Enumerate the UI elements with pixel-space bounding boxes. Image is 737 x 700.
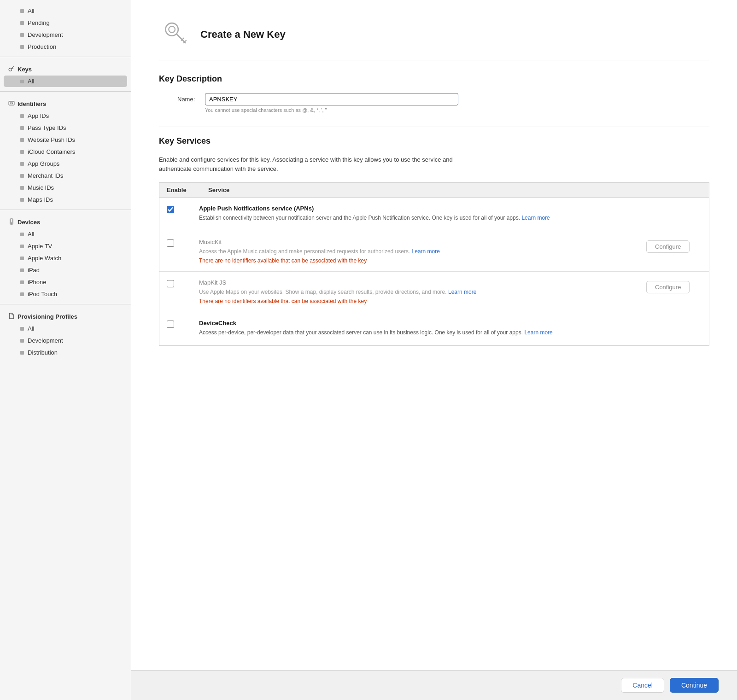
apns-description: Establish connectivity between your noti… (199, 214, 702, 222)
bullet-icon (20, 80, 24, 83)
sidebar-item-profiles-distribution[interactable]: Distribution (4, 347, 127, 358)
sidebar-item-certs-all[interactable]: All (4, 5, 127, 17)
key-description-section: Key Description Name: You cannot use spe… (159, 74, 709, 113)
service-column-header: Service (208, 187, 702, 193)
service-row-devicecheck: DeviceCheck Access per-device, per-devel… (159, 312, 709, 345)
divider (0, 57, 131, 57)
mapkitjs-learn-more[interactable]: Learn more (448, 289, 476, 295)
devices-section-header: Devices (0, 214, 131, 228)
sidebar-section-keys: Keys All (0, 61, 131, 88)
devicecheck-checkbox[interactable] (167, 321, 174, 328)
svg-rect-1 (9, 101, 14, 105)
bullet-icon (20, 174, 24, 178)
devicecheck-learn-more[interactable]: Learn more (524, 329, 552, 336)
sidebar-item-website-push-ids[interactable]: Website Push IDs (4, 134, 127, 146)
musickit-checkbox[interactable] (167, 239, 174, 247)
sidebar-section-certificates: All Pending Development Production (0, 5, 131, 53)
bullet-icon (20, 9, 24, 13)
apns-checkbox-col (167, 205, 190, 213)
bullet-icon (20, 280, 24, 284)
mapkitjs-warning: There are no identifiers available that … (199, 298, 637, 304)
sidebar-item-apple-tv[interactable]: Apple TV (4, 240, 127, 252)
divider (0, 91, 131, 92)
sidebar-section-devices: Devices All Apple TV Apple Watch iPad iP… (0, 214, 131, 300)
key-description-title: Key Description (159, 74, 709, 84)
sidebar-item-merchant-ids[interactable]: Merchant IDs (4, 170, 127, 181)
svg-line-6 (177, 35, 185, 43)
musickit-action-col: Configure (646, 239, 702, 253)
service-row-apns: Apple Push Notifications service (APNs) … (159, 198, 709, 231)
sidebar-item-music-ids[interactable]: Music IDs (4, 182, 127, 193)
svg-point-4 (165, 23, 178, 35)
sidebar-item-maps-ids[interactable]: Maps IDs (4, 194, 127, 205)
table-header-row: Enable Service (159, 183, 709, 198)
id-section-icon (8, 100, 15, 108)
sidebar-item-ipod-touch[interactable]: iPod Touch (4, 288, 127, 300)
svg-point-5 (169, 26, 175, 33)
musickit-warning: There are no identifiers available that … (199, 257, 637, 264)
mapkitjs-checkbox[interactable] (167, 280, 174, 287)
mapkitjs-name: MapKit JS (199, 279, 637, 286)
page-header: Create a New Key (159, 18, 709, 60)
enable-column-header: Enable (167, 187, 199, 193)
devicecheck-content: DeviceCheck Access per-device, per-devel… (199, 320, 702, 338)
profile-section-icon (8, 313, 15, 321)
bullet-icon (20, 21, 24, 25)
name-hint: You cannot use special characters such a… (205, 107, 458, 113)
apns-learn-more[interactable]: Learn more (521, 215, 550, 221)
sidebar-item-apple-watch[interactable]: Apple Watch (4, 252, 127, 264)
bullet-icon (20, 292, 24, 296)
musickit-description: Access the Apple Music catalog and make … (199, 247, 637, 256)
key-name-input[interactable] (205, 93, 458, 105)
key-icon-wrapper (159, 18, 191, 51)
mapkitjs-action-col: Configure (646, 279, 702, 293)
bullet-icon (20, 339, 24, 343)
apns-checkbox[interactable] (167, 206, 174, 213)
sidebar-item-iphone[interactable]: iPhone (4, 276, 127, 288)
musickit-checkbox-col (167, 239, 190, 247)
sidebar-item-keys-all[interactable]: All (4, 76, 127, 87)
key-large-icon (161, 21, 189, 48)
name-label: Name: (177, 93, 205, 103)
sidebar-item-certs-production[interactable]: Production (4, 41, 127, 52)
cancel-button[interactable]: Cancel (621, 678, 664, 693)
sidebar: All Pending Development Production (0, 0, 131, 700)
sidebar-item-certs-development[interactable]: Development (4, 29, 127, 41)
sidebar-item-ipad[interactable]: iPad (4, 264, 127, 276)
sidebar-item-icloud-containers[interactable]: iCloud Containers (4, 146, 127, 158)
bullet-icon (20, 245, 24, 248)
bullet-icon (20, 186, 24, 190)
bullet-icon (20, 268, 24, 272)
bullet-icon (20, 351, 24, 355)
sidebar-item-profiles-development[interactable]: Development (4, 335, 127, 346)
sidebar-item-certs-pending[interactable]: Pending (4, 17, 127, 29)
sidebar-item-app-groups[interactable]: App Groups (4, 158, 127, 169)
devicecheck-description: Access per-device, per-developer data th… (199, 328, 702, 337)
bullet-icon (20, 114, 24, 118)
sidebar-item-devices-all[interactable]: All (4, 228, 127, 240)
apns-name: Apple Push Notifications service (APNs) (199, 205, 702, 212)
key-services-description: Enable and configure services for this k… (159, 155, 481, 173)
musickit-learn-more[interactable]: Learn more (412, 248, 440, 255)
bullet-icon (20, 126, 24, 130)
sidebar-item-profiles-all[interactable]: All (4, 323, 127, 334)
mapkitjs-configure-button[interactable]: Configure (646, 281, 690, 293)
continue-button[interactable]: Continue (670, 678, 719, 693)
service-row-musickit: MusicKit Access the Apple Music catalog … (159, 231, 709, 272)
main-content: Create a New Key Key Description Name: Y… (131, 0, 737, 700)
sidebar-item-app-ids[interactable]: App IDs (4, 110, 127, 122)
content-area: Create a New Key Key Description Name: Y… (131, 0, 737, 670)
service-row-mapkitjs: MapKit JS Use Apple Maps on your website… (159, 272, 709, 312)
bullet-icon (20, 198, 24, 202)
devicecheck-checkbox-col (167, 320, 190, 328)
identifiers-section-header: Identifiers (0, 95, 131, 110)
musickit-content: MusicKit Access the Apple Music catalog … (199, 239, 637, 264)
sidebar-item-pass-type-ids[interactable]: Pass Type IDs (4, 122, 127, 134)
key-section-icon (8, 65, 15, 73)
bullet-icon (20, 150, 24, 154)
bullet-icon (20, 327, 24, 331)
musickit-configure-button[interactable]: Configure (646, 240, 690, 253)
key-services-section: Key Services Enable and configure servic… (159, 127, 709, 346)
divider (0, 304, 131, 304)
bullet-icon (20, 162, 24, 166)
